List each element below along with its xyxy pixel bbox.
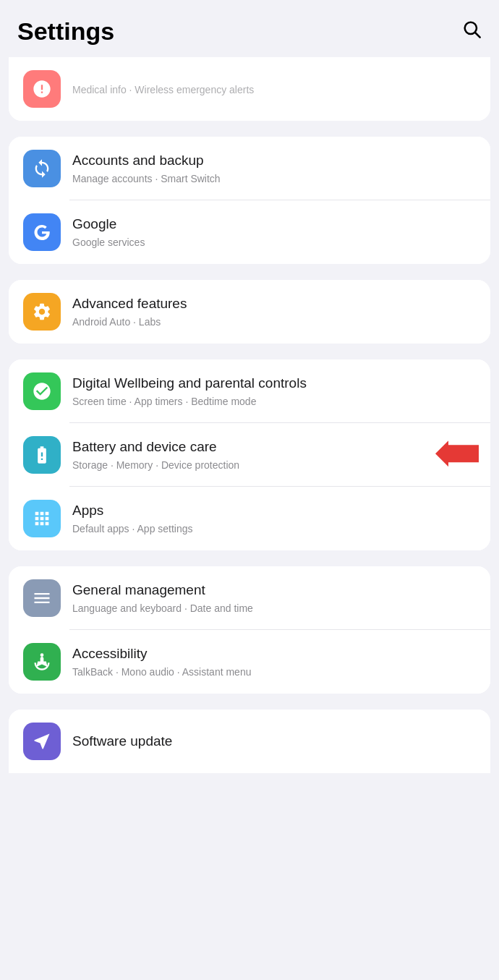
software-update-text: Software update bbox=[72, 733, 476, 751]
medical-info-text: Medical info · Wireless emergency alerts bbox=[72, 81, 476, 96]
software-update-title: Software update bbox=[72, 733, 476, 751]
advanced-features-item[interactable]: Advanced features Android Auto · Labs bbox=[9, 280, 490, 344]
apps-subtitle: Default apps · App settings bbox=[72, 522, 476, 535]
accounts-backup-text: Accounts and backup Manage accounts · Sm… bbox=[72, 152, 476, 185]
battery-device-care-subtitle: Storage · Memory · Device protection bbox=[72, 459, 476, 472]
accounts-backup-subtitle: Manage accounts · Smart Switch bbox=[72, 172, 476, 185]
google-subtitle: Google services bbox=[72, 236, 476, 249]
digital-wellbeing-subtitle: Screen time · App timers · Bedtime mode bbox=[72, 395, 476, 408]
accessibility-text: Accessibility TalkBack · Mono audio · As… bbox=[72, 645, 476, 678]
software-update-item[interactable]: Software update bbox=[9, 710, 490, 773]
google-title: Google bbox=[72, 216, 476, 234]
accounts-backup-title: Accounts and backup bbox=[72, 152, 476, 170]
advanced-features-section: Advanced features Android Auto · Labs bbox=[9, 280, 490, 344]
google-text: Google Google services bbox=[72, 216, 476, 249]
accounts-backup-item[interactable]: Accounts and backup Manage accounts · Sm… bbox=[9, 137, 490, 200]
general-accessibility-section: General management Language and keyboard… bbox=[9, 566, 490, 694]
google-icon bbox=[23, 213, 61, 251]
general-management-item[interactable]: General management Language and keyboard… bbox=[9, 566, 490, 630]
svg-point-3 bbox=[40, 653, 44, 657]
digital-wellbeing-text: Digital Wellbeing and parental controls … bbox=[72, 375, 476, 408]
medical-info-item[interactable]: Medical info · Wireless emergency alerts bbox=[9, 57, 490, 121]
digital-wellbeing-item[interactable]: Digital Wellbeing and parental controls … bbox=[9, 359, 490, 423]
software-update-section: Software update bbox=[9, 710, 490, 773]
battery-device-care-text: Battery and device care Storage · Memory… bbox=[72, 438, 476, 472]
svg-marker-2 bbox=[435, 440, 479, 466]
apps-item[interactable]: Apps Default apps · App settings bbox=[9, 487, 490, 550]
software-update-icon bbox=[23, 723, 61, 760]
top-partial-card: Medical info · Wireless emergency alerts bbox=[9, 57, 490, 121]
battery-device-care-item[interactable]: Battery and device care Storage · Memory… bbox=[9, 423, 490, 487]
general-management-title: General management bbox=[72, 581, 476, 600]
battery-device-care-title: Battery and device care bbox=[72, 438, 476, 456]
accessibility-item[interactable]: Accessibility TalkBack · Mono audio · As… bbox=[9, 630, 490, 694]
general-management-text: General management Language and keyboard… bbox=[72, 581, 476, 615]
advanced-features-subtitle: Android Auto · Labs bbox=[72, 315, 476, 328]
page-title: Settings bbox=[17, 17, 114, 46]
accessibility-subtitle: TalkBack · Mono audio · Assistant menu bbox=[72, 665, 476, 678]
settings-header: Settings bbox=[0, 0, 499, 57]
highlight-arrow bbox=[435, 440, 479, 466]
accessibility-icon bbox=[23, 643, 61, 681]
accessibility-title: Accessibility bbox=[72, 645, 476, 663]
advanced-features-icon bbox=[23, 293, 61, 331]
advanced-features-title: Advanced features bbox=[72, 295, 476, 313]
google-item[interactable]: Google Google services bbox=[9, 200, 490, 264]
general-management-subtitle: Language and keyboard · Date and time bbox=[72, 602, 476, 615]
digital-wellbeing-icon bbox=[23, 372, 61, 410]
medical-info-subtitle: Medical info · Wireless emergency alerts bbox=[72, 83, 476, 96]
accounts-backup-icon bbox=[23, 150, 61, 187]
general-management-icon bbox=[23, 579, 61, 617]
svg-line-1 bbox=[475, 33, 479, 37]
apps-text: Apps Default apps · App settings bbox=[72, 502, 476, 535]
battery-device-care-icon bbox=[23, 436, 61, 474]
apps-icon bbox=[23, 500, 61, 537]
wellbeing-battery-apps-section: Digital Wellbeing and parental controls … bbox=[9, 359, 490, 550]
accounts-google-section: Accounts and backup Manage accounts · Sm… bbox=[9, 137, 490, 264]
apps-title: Apps bbox=[72, 502, 476, 520]
search-icon[interactable] bbox=[461, 19, 482, 44]
digital-wellbeing-title: Digital Wellbeing and parental controls bbox=[72, 375, 476, 393]
advanced-features-text: Advanced features Android Auto · Labs bbox=[72, 295, 476, 328]
